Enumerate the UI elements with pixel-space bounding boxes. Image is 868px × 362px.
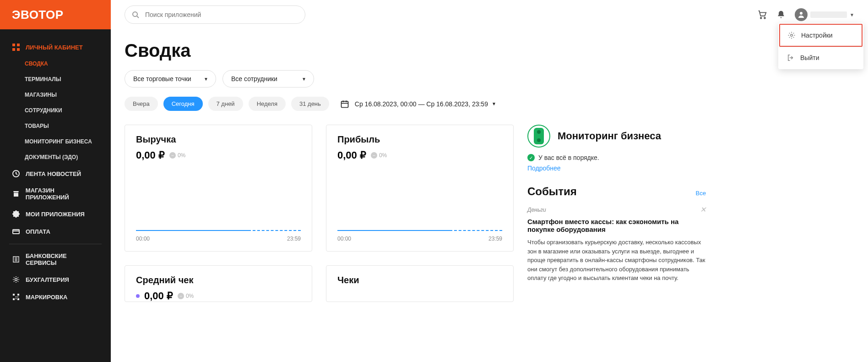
- nav-accounting[interactable]: БУХГАЛТЕРИЯ: [0, 271, 111, 288]
- card-icon: [12, 227, 20, 236]
- nav-sub-staff[interactable]: СОТРУДНИКИ: [0, 103, 111, 118]
- user-name: [810, 11, 847, 18]
- card-profit: Прибыль 0,00 ₽ –0% 00:00 23:59: [326, 125, 514, 252]
- chevron-down-icon: ▼: [492, 101, 496, 106]
- close-icon[interactable]: ✕: [700, 205, 706, 214]
- content: Сводка Все торговые точки Все сотрудники…: [111, 29, 868, 316]
- dropdown-logout[interactable]: Выйти: [779, 47, 863, 68]
- gear-icon: [787, 31, 796, 39]
- sidebar: ЭВОТОР ЛИЧНЫЙ КАБИНЕТ СВОДКА ТЕРМИНАЛЫ М…: [0, 0, 111, 362]
- nav-payment[interactable]: ОПЛАТА: [0, 223, 111, 240]
- user-dropdown: Настройки Выйти: [778, 23, 863, 69]
- card-title: Выручка: [136, 134, 301, 145]
- svg-point-20: [133, 12, 137, 16]
- cards-row-2: Средний чек 0,00 ₽ –0% Чеки: [125, 265, 514, 302]
- time-week[interactable]: Неделя: [249, 97, 286, 111]
- card-value: 0,00 ₽ –0%: [136, 290, 301, 302]
- svg-point-24: [800, 12, 803, 15]
- filter-points[interactable]: Все торговые точки: [125, 70, 216, 88]
- divider: [9, 244, 102, 244]
- nav-marking[interactable]: МАРКИРОВКА: [0, 288, 111, 306]
- top-actions: ▼: [757, 8, 854, 21]
- svg-rect-16: [16, 296, 16, 297]
- events-block: События Все Деньги ✕ Смартфон вместо кас…: [527, 185, 706, 283]
- chart-start: 00:00: [337, 236, 351, 242]
- nav-cabinet[interactable]: ЛИЧНЫЙ КАБИНЕТ: [0, 38, 111, 56]
- chart-end: 23:59: [488, 236, 502, 242]
- qr-icon: [12, 293, 20, 301]
- monitoring-status: ✓ У вас всё в порядке.: [527, 154, 706, 161]
- filters: Все торговые точки Все сотрудники: [125, 70, 854, 88]
- search-wrap: [125, 5, 305, 24]
- event-title: Смартфон вместо кассы: как сэкономить на…: [527, 218, 706, 233]
- chart-line-dashed: [248, 230, 301, 231]
- bell-icon[interactable]: [776, 10, 786, 19]
- nav-sub-goods[interactable]: ТОВАРЫ: [0, 118, 111, 134]
- cart-icon[interactable]: [757, 10, 767, 20]
- nav-label: БУХГАЛТЕРИЯ: [26, 276, 69, 283]
- monitoring-title: Мониторинг бизнеса: [558, 130, 661, 142]
- logo: ЭВОТОР: [0, 0, 111, 29]
- store-icon: [12, 190, 20, 198]
- cards-col: Выручка 0,00 ₽ –0% 00:00 23:59: [125, 125, 514, 302]
- time-yesterday[interactable]: Вчера: [125, 97, 158, 111]
- series-dot: [136, 294, 140, 298]
- dropdown-settings[interactable]: Настройки: [779, 24, 863, 47]
- svg-rect-6: [13, 230, 19, 234]
- nav-banking[interactable]: БАНКОВСКИЕ СЕРВИСЫ: [0, 248, 111, 271]
- event-category-text: Деньги: [527, 207, 546, 213]
- calendar-icon[interactable]: [340, 99, 349, 109]
- event-body: Чтобы организовать курьерскую доставку, …: [527, 238, 706, 283]
- nav: ЛИЧНЫЙ КАБИНЕТ СВОДКА ТЕРМИНАЛЫ МАГАЗИНЫ…: [0, 29, 111, 306]
- nav-label: БАНКОВСКИЕ СЕРВИСЫ: [26, 252, 99, 266]
- cards-row-1: Выручка 0,00 ₽ –0% 00:00 23:59: [125, 125, 514, 252]
- logout-icon: [787, 54, 795, 62]
- svg-rect-2: [12, 48, 15, 51]
- time-31day[interactable]: 31 день: [291, 97, 329, 111]
- dropdown-label: Настройки: [801, 32, 833, 39]
- nav-label: ЛИЧНЫЙ КАБИНЕТ: [26, 44, 83, 51]
- avatar-icon: [795, 8, 808, 21]
- value-text: 0,00 ₽: [144, 290, 173, 302]
- date-range-text: Ср 16.08.2023, 00:00 — Ср 16.08.2023, 23…: [355, 100, 488, 108]
- user-menu-trigger[interactable]: ▼: [795, 8, 854, 21]
- nav-label: МОИ ПРИЛОЖЕНИЯ: [26, 211, 85, 218]
- puzzle-icon: [12, 210, 20, 218]
- nav-sub-terminals[interactable]: ТЕРМИНАЛЫ: [0, 71, 111, 87]
- status-text: У вас всё в порядке.: [538, 154, 599, 161]
- nav-label: МАГАЗИН ПРИЛОЖЕНИЙ: [26, 187, 99, 201]
- nav-label: МАРКИРОВКА: [26, 294, 68, 301]
- nav-sub-docs[interactable]: ДОКУМЕНТЫ (ЭДО): [0, 149, 111, 165]
- chart-line-dashed: [450, 230, 502, 231]
- pct-text: –0%: [178, 293, 194, 299]
- chart-line: [136, 230, 248, 231]
- card-title: Средний чек: [136, 275, 301, 285]
- monitoring-more-link[interactable]: Подробнее: [527, 165, 561, 172]
- right-col: Мониторинг бизнеса ✓ У вас всё в порядке…: [527, 125, 706, 302]
- check-icon: ✓: [527, 154, 535, 161]
- topbar: ▼: [111, 0, 868, 29]
- main: ▼ Настройки Выйти Сводка Все то: [111, 0, 868, 362]
- svg-rect-1: [17, 44, 20, 46]
- nav-sub-svodka[interactable]: СВОДКА: [0, 56, 111, 71]
- chart-area: 00:00 23:59: [337, 164, 502, 242]
- svg-rect-14: [17, 294, 19, 296]
- nav-news[interactable]: ЛЕНТА НОВОСТЕЙ: [0, 165, 111, 182]
- grid-icon: [12, 43, 20, 51]
- card-value: 0,00 ₽ –0%: [337, 149, 502, 161]
- page-title: Сводка: [125, 40, 854, 61]
- svg-line-21: [137, 16, 139, 18]
- nav-store[interactable]: МАГАЗИН ПРИЛОЖЕНИЙ: [0, 182, 111, 205]
- search-input[interactable]: [125, 5, 305, 24]
- events-all-link[interactable]: Все: [696, 190, 706, 197]
- svg-point-25: [791, 34, 793, 37]
- time-today[interactable]: Сегодня: [163, 97, 203, 111]
- date-range-picker[interactable]: Ср 16.08.2023, 00:00 — Ср 16.08.2023, 23…: [355, 100, 496, 108]
- time-7days[interactable]: 7 дней: [208, 97, 243, 111]
- filter-staff[interactable]: Все сотрудники: [222, 70, 314, 88]
- svg-rect-15: [13, 298, 15, 300]
- events-title: События: [527, 185, 577, 198]
- nav-myapps[interactable]: МОИ ПРИЛОЖЕНИЯ: [0, 205, 111, 223]
- nav-sub-monitoring[interactable]: МОНИТОРИНГ БИЗНЕСА: [0, 134, 111, 149]
- nav-sub-shops[interactable]: МАГАЗИНЫ: [0, 87, 111, 103]
